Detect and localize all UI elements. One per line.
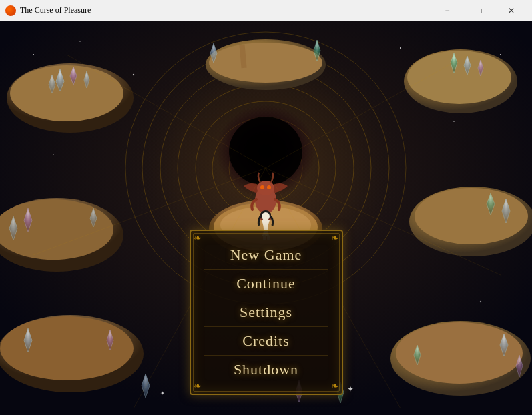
minimize-button[interactable]: −: [432, 0, 463, 21]
corner-decoration-bl: ❧: [194, 382, 202, 391]
window-controls: − □ ✕: [432, 0, 527, 21]
app-icon: [5, 5, 16, 16]
corner-decoration-tl: ❧: [194, 234, 202, 243]
title-bar: The Curse of Pleasure − □ ✕: [0, 0, 532, 21]
new-game-button[interactable]: New Game: [204, 241, 328, 270]
corner-decoration-br: ❧: [331, 382, 339, 391]
maximize-button[interactable]: □: [464, 0, 495, 21]
settings-button[interactable]: Settings: [204, 298, 328, 327]
continue-button[interactable]: Continue: [204, 270, 328, 298]
menu-panel: ❧ ❧ ❧ ❧ New Game Continue Settings Credi…: [190, 230, 343, 395]
close-button[interactable]: ✕: [496, 0, 527, 21]
credits-button[interactable]: Credits: [204, 327, 328, 356]
window-title: The Curse of Pleasure: [20, 5, 432, 15]
corner-decoration-tr: ❧: [331, 234, 339, 243]
game-area: ✦ ✦ ✦ ✦ ✦: [0, 21, 532, 415]
shutdown-button[interactable]: Shutdown: [204, 356, 328, 384]
